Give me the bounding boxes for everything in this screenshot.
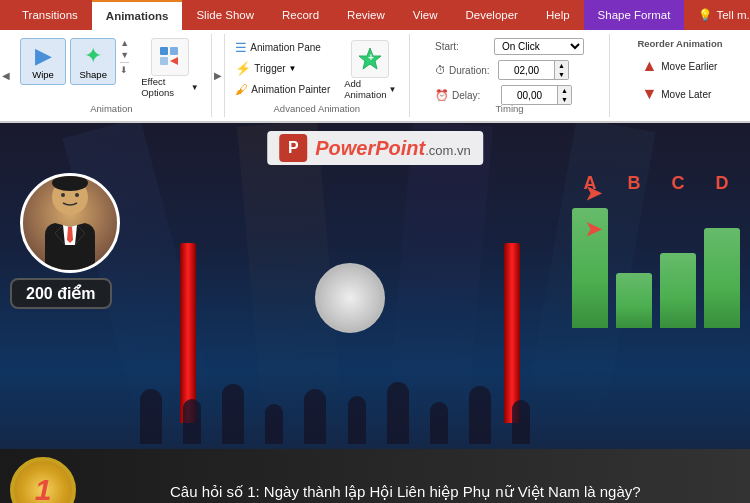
wipe-button[interactable]: ▶ Wipe bbox=[20, 38, 66, 85]
effect-options-button[interactable]: Effect Options ▼ bbox=[137, 38, 202, 98]
effect-options-arrow: ▼ bbox=[191, 83, 199, 92]
tab-view[interactable]: View bbox=[399, 0, 452, 30]
animation-group-content: ▶ Wipe ✦ Shape ▲ ▼ ⬇ bbox=[20, 38, 203, 113]
chart-label-d: D bbox=[704, 173, 740, 194]
move-later-arrow-icon: ▼ bbox=[641, 85, 657, 103]
tell-me[interactable]: 💡 Tell m... bbox=[684, 0, 750, 30]
audience-fig-7 bbox=[387, 382, 409, 444]
pp-brand-text: PowerPoint bbox=[315, 137, 425, 160]
trigger-arrow: ▼ bbox=[289, 64, 297, 73]
duration-down[interactable]: ▼ bbox=[554, 70, 568, 79]
bottom-banner: 1 1 Câu hỏi số 1: Ngày thành lập Hội Liê… bbox=[0, 449, 750, 503]
shape-icon: ✦ bbox=[84, 43, 102, 69]
adv-anim-col: ☰ Animation Pane ⚡ Trigger ▼ 🖌 Animation… bbox=[231, 38, 334, 99]
arrow-overlay: ➤ ➤ bbox=[585, 181, 602, 241]
duration-spinner: ▲ ▼ bbox=[554, 61, 568, 79]
audience-fig-4 bbox=[265, 404, 283, 444]
add-animation-button[interactable]: + Add Animation ▼ bbox=[338, 38, 402, 102]
pp-logo-bar: P PowerPoint .com.vn bbox=[267, 131, 483, 165]
animation-group: ▶ Wipe ✦ Shape ▲ ▼ ⬇ bbox=[12, 34, 212, 117]
slide-content: P PowerPoint .com.vn bbox=[0, 123, 750, 503]
wipe-icon: ▶ bbox=[35, 43, 52, 69]
rank-number: 1 bbox=[35, 473, 52, 504]
reorder-label: Reorder Animation bbox=[637, 38, 722, 49]
delay-label: Delay: bbox=[452, 90, 497, 101]
tab-help[interactable]: Help bbox=[532, 0, 584, 30]
delay-input[interactable] bbox=[502, 89, 557, 102]
tab-record[interactable]: Record bbox=[268, 0, 333, 30]
audience-fig-6 bbox=[348, 396, 366, 444]
tab-developer[interactable]: Developer bbox=[452, 0, 532, 30]
person-avatar bbox=[20, 173, 120, 273]
lightbulb-icon: 💡 bbox=[698, 8, 712, 22]
anim-scroll-up[interactable]: ▲ bbox=[120, 38, 129, 48]
move-earlier-button[interactable]: ▲ Move Earlier bbox=[637, 55, 721, 77]
rank-badge: 1 1 bbox=[10, 457, 80, 504]
ribbon-content: ◀ ▶ Wipe ✦ Shape ▲ ▼ ⬇ bbox=[0, 30, 750, 122]
move-later-label: Move Later bbox=[661, 89, 711, 100]
delay-icon: ⏰ bbox=[435, 89, 449, 102]
center-wheel bbox=[315, 263, 385, 333]
anim-scroll-arrows: ▲ ▼ ⬇ bbox=[120, 38, 129, 75]
svg-point-8 bbox=[75, 193, 79, 197]
audience-fig-5 bbox=[304, 389, 326, 444]
move-earlier-arrow-icon: ▲ bbox=[641, 57, 657, 75]
painter-icon: 🖌 bbox=[235, 82, 248, 97]
shape-button[interactable]: ✦ Shape bbox=[70, 38, 116, 85]
timing-duration-row: ⏱ Duration: ▲ ▼ bbox=[435, 60, 569, 80]
advanced-animation-group: ☰ Animation Pane ⚡ Trigger ▼ 🖌 Animation… bbox=[225, 34, 410, 117]
trigger-icon: ⚡ bbox=[235, 61, 251, 76]
audience-fig-9 bbox=[469, 386, 491, 444]
duration-label: Duration: bbox=[449, 65, 494, 76]
svg-text:+: + bbox=[368, 52, 374, 63]
anim-scroll-down[interactable]: ▼ bbox=[120, 50, 129, 60]
add-animation-icon: + bbox=[351, 40, 389, 78]
timing-delay-row: ⏰ Delay: ▲ ▼ bbox=[435, 85, 572, 105]
bar-b bbox=[616, 273, 652, 328]
delay-input-wrap: ▲ ▼ bbox=[501, 85, 572, 105]
rank-circle: 1 bbox=[10, 457, 76, 504]
duration-input[interactable] bbox=[499, 64, 554, 77]
pp-domain-text: .com.vn bbox=[425, 143, 471, 158]
move-earlier-label: Move Earlier bbox=[661, 61, 717, 72]
anim-scroll-more[interactable]: ⬇ bbox=[120, 62, 129, 75]
move-later-button[interactable]: ▼ Move Later bbox=[637, 83, 715, 105]
tab-shapeformat[interactable]: Shape Format bbox=[584, 0, 685, 30]
bar-c bbox=[660, 253, 696, 328]
audience-fig-3 bbox=[222, 384, 244, 444]
score-badge: 200 điểm bbox=[10, 278, 112, 309]
animation-painter-button[interactable]: 🖌 Animation Painter bbox=[231, 80, 334, 99]
reorder-group: Reorder Animation ▲ Move Earlier ▼ Move … bbox=[610, 34, 750, 117]
tab-animations[interactable]: Animations bbox=[92, 0, 183, 30]
bar-d bbox=[704, 228, 740, 328]
start-dropdown[interactable]: On Click With Previous After Previous bbox=[494, 38, 584, 55]
svg-rect-2 bbox=[170, 47, 178, 55]
reorder-content: Reorder Animation ▲ Move Earlier ▼ Move … bbox=[637, 38, 722, 121]
duration-input-wrap: ▲ ▼ bbox=[498, 60, 569, 80]
scroll-right-anim[interactable]: ▶ bbox=[212, 34, 225, 117]
audience-fig-2 bbox=[183, 399, 201, 444]
audience-area bbox=[130, 344, 540, 444]
person-silhouette-svg bbox=[25, 175, 115, 270]
tab-review[interactable]: Review bbox=[333, 0, 399, 30]
tab-bar: Transitions Animations Slide Show Record… bbox=[0, 0, 750, 30]
delay-spinner: ▲ ▼ bbox=[557, 86, 571, 104]
add-animation-arrow: ▼ bbox=[388, 85, 396, 94]
effect-options-icon bbox=[151, 38, 189, 76]
question-text: Câu hỏi số 1: Ngày thành lập Hội Liên hi… bbox=[160, 481, 750, 502]
svg-rect-1 bbox=[160, 57, 168, 65]
delay-up[interactable]: ▲ bbox=[557, 86, 571, 95]
trigger-button[interactable]: ⚡ Trigger ▼ bbox=[231, 59, 334, 78]
audience-fig-1 bbox=[140, 389, 162, 444]
svg-rect-0 bbox=[160, 47, 168, 55]
scroll-left[interactable]: ◀ bbox=[0, 34, 12, 117]
tab-transitions[interactable]: Transitions bbox=[8, 0, 92, 30]
svg-point-7 bbox=[61, 193, 65, 197]
animation-pane-button[interactable]: ☰ Animation Pane bbox=[231, 38, 334, 57]
svg-point-6 bbox=[52, 175, 88, 191]
tab-slideshow[interactable]: Slide Show bbox=[182, 0, 268, 30]
timing-group: Start: On Click With Previous After Prev… bbox=[410, 34, 610, 117]
duration-up[interactable]: ▲ bbox=[554, 61, 568, 70]
audience-fig-8 bbox=[430, 402, 448, 444]
chart-label-c: C bbox=[660, 173, 696, 194]
